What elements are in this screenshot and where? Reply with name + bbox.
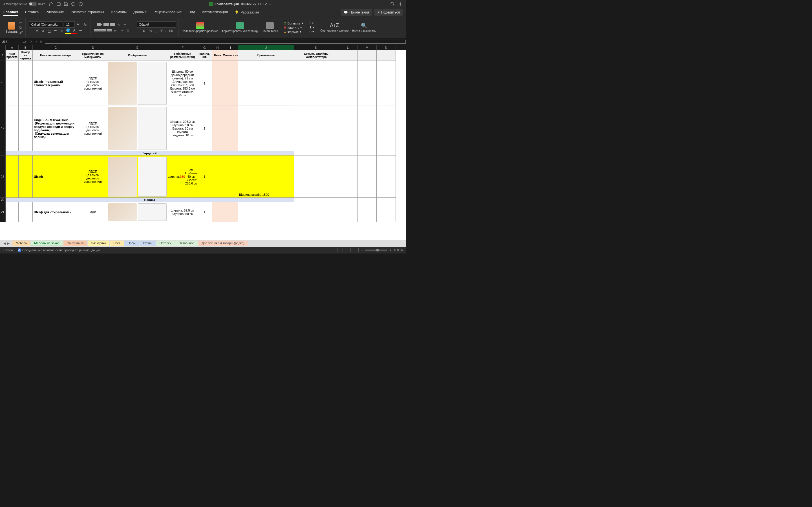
cell[interactable] <box>357 151 377 156</box>
insert-cells-button[interactable]: ⊞Вставить ▾ <box>284 21 303 25</box>
cell[interactable] <box>377 151 396 156</box>
cell[interactable]: 1 <box>197 61 212 106</box>
cell[interactable]: Габаритные размеры (ШхГхВ) <box>168 50 197 61</box>
tab-nav-right-icon[interactable]: ▶ <box>7 241 10 245</box>
sheet-tab[interactable]: Остальное <box>175 240 198 246</box>
sheet-area[interactable]: ABCDEFGHIJKLMN 1161718192021 Лист проект… <box>0 45 406 240</box>
cell[interactable]: Стоимость <box>223 50 238 61</box>
ribbon-tab-5[interactable]: Данные <box>133 9 147 16</box>
indent-more[interactable]: ⇥ <box>119 28 124 34</box>
fx-icon[interactable]: fx <box>40 40 43 44</box>
col-header-D[interactable]: D <box>79 45 107 50</box>
sheet-tab[interactable]: Стены <box>140 240 156 246</box>
ribbon-tab-6[interactable]: Рецензирование <box>153 9 182 16</box>
indent-less[interactable]: ⇤ <box>113 28 118 34</box>
zoom-slider[interactable] <box>365 249 388 251</box>
home-icon[interactable] <box>49 2 54 6</box>
page-break-button[interactable] <box>353 248 359 252</box>
zoom-out-button[interactable]: − <box>361 248 363 252</box>
tab-nav-left-icon[interactable]: ◀ <box>3 241 6 245</box>
col-header-H[interactable]: H <box>212 45 223 50</box>
cell[interactable] <box>18 202 33 222</box>
phonetic-button[interactable]: ••• <box>78 28 83 34</box>
cell[interactable]: Ширина: 62,5 смГлубина: 50 см <box>168 202 197 222</box>
decrease-font-icon[interactable]: A↓ <box>83 22 88 27</box>
cell[interactable]: Примечание по материалам <box>79 50 107 61</box>
cell[interactable]: Примечание <box>238 50 294 61</box>
row-header[interactable]: 17 <box>0 106 6 151</box>
cell[interactable] <box>223 106 238 151</box>
cell[interactable] <box>357 202 377 222</box>
sheet-tab[interactable]: Мебель на заказ <box>31 240 63 246</box>
align-top-center[interactable] <box>103 22 109 27</box>
settings-icon[interactable] <box>398 2 403 6</box>
formula-bar[interactable] <box>45 40 406 44</box>
sheet-tab[interactable]: Полы <box>124 240 139 246</box>
redo-icon[interactable] <box>79 2 83 6</box>
align-center[interactable] <box>100 28 106 33</box>
fill-color-button[interactable]: 🪣 <box>65 28 71 34</box>
cell[interactable] <box>107 202 168 222</box>
cell[interactable] <box>294 106 338 151</box>
sheet-tab[interactable]: Электрика <box>88 240 110 246</box>
cell[interactable] <box>212 202 223 222</box>
cell[interactable] <box>212 106 223 151</box>
cell[interactable] <box>294 151 338 156</box>
increase-font-icon[interactable]: A↑ <box>76 22 82 27</box>
chevron-down-icon[interactable]: ⌄ <box>268 2 271 6</box>
search-icon[interactable] <box>390 2 395 6</box>
cell[interactable] <box>18 106 33 151</box>
col-header-B[interactable]: B <box>18 45 33 50</box>
col-header-A[interactable]: A <box>6 45 18 50</box>
col-header-J[interactable]: J <box>238 45 294 50</box>
ribbon-tab-0[interactable]: Главная <box>3 9 18 16</box>
cell[interactable] <box>338 151 357 156</box>
cell[interactable]: Шкаф для стиральной и <box>33 202 79 222</box>
cell[interactable]: Скрыты столбцы комплектатора <box>294 50 338 61</box>
ribbon-tab-4[interactable]: Формулы <box>111 9 127 16</box>
cell[interactable] <box>212 61 223 106</box>
comments-button[interactable]: 💬Примечания <box>341 9 371 16</box>
cell-styles-button[interactable]: Стили ячеек <box>262 22 278 33</box>
cell[interactable]: Ширина: 50 смДлина(передняя стенка): 79 … <box>168 61 197 106</box>
cell[interactable] <box>6 106 18 151</box>
copy-icon[interactable]: ⧉ <box>19 25 23 30</box>
cell[interactable] <box>18 156 33 198</box>
ribbon-tab-3[interactable]: Разметка страницы <box>71 9 104 16</box>
row-header[interactable]: 19 <box>0 156 6 198</box>
bold-button[interactable]: Ж <box>34 28 40 34</box>
cell[interactable] <box>377 198 396 202</box>
fill-button[interactable]: ⬇ ▾ <box>309 25 314 29</box>
save-as-icon[interactable] <box>64 2 68 6</box>
sheet-tab[interactable]: Потолки <box>156 240 175 246</box>
cell[interactable]: Наименование товара <box>33 50 79 61</box>
confirm-formula-icon[interactable]: ✓ <box>35 40 38 44</box>
row-header[interactable]: 21 <box>0 202 6 222</box>
cell[interactable] <box>6 61 18 106</box>
cell[interactable] <box>338 198 357 202</box>
italic-button[interactable]: К <box>40 28 46 34</box>
cell[interactable]: Номер на чертеже <box>18 50 33 61</box>
cell[interactable]: Шкаф+"туалетный столик"+зеркало <box>33 61 79 106</box>
cell[interactable] <box>338 106 357 151</box>
cell[interactable]: ЛДСП(в самом дешевом исполнении) <box>79 156 107 198</box>
accessibility-status[interactable]: ♿ Специальные возможности: проверьте рек… <box>17 248 100 252</box>
cell[interactable]: Шкаф <box>33 156 79 198</box>
format-table-button[interactable]: Форматировать как таблицу <box>221 22 258 33</box>
cell[interactable]: 1 <box>197 202 212 222</box>
cell[interactable]: Цена <box>212 50 223 61</box>
add-sheet-button[interactable]: + <box>248 240 254 246</box>
undo-icon[interactable] <box>71 2 75 6</box>
cell[interactable]: Сиденье+ Мягкая зона-(Решетка для церкул… <box>33 106 79 151</box>
font-select[interactable] <box>29 21 63 27</box>
cell[interactable] <box>338 61 357 106</box>
align-top-right[interactable] <box>110 22 115 27</box>
cell[interactable] <box>377 61 396 106</box>
align-top-left[interactable] <box>97 22 103 27</box>
sheet-tab[interactable]: Доп техника и товары (редко) <box>198 240 248 246</box>
sort-filter-button[interactable]: A↓ZСортировка и фильтр <box>320 22 349 33</box>
cell[interactable] <box>357 198 377 202</box>
cell[interactable] <box>18 61 33 106</box>
ribbon-tab-8[interactable]: Автоматизация <box>202 9 228 16</box>
row-header[interactable]: 18 <box>0 151 6 156</box>
